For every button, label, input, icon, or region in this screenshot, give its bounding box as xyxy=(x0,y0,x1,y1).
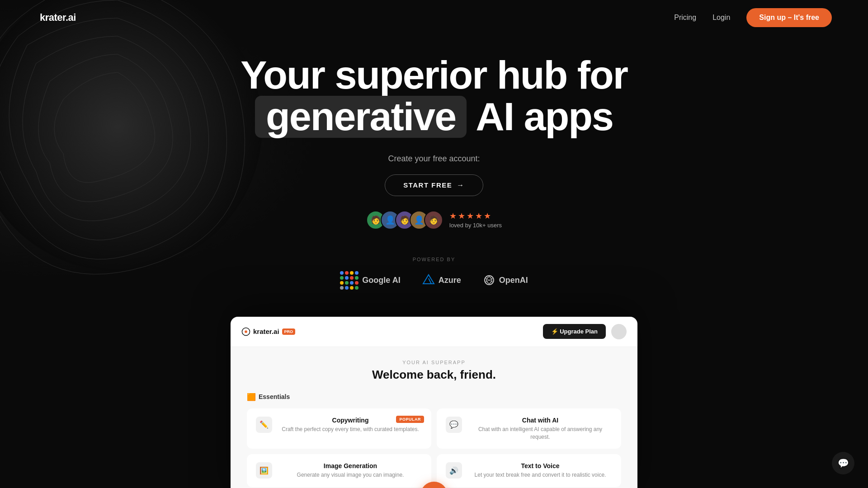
tool-name: Chat with AI xyxy=(468,417,612,424)
hero-section: Your superior hub for generative AI apps… xyxy=(0,0,868,488)
navbar: krater.ai Pricing Login Sign up – It's f… xyxy=(0,0,868,35)
upgrade-plan-button[interactable]: ⚡ Upgrade Plan xyxy=(543,324,606,339)
openai-text: OpenAI xyxy=(499,276,528,285)
copywriting-icon: ✏️ xyxy=(256,417,272,433)
nav-actions: Pricing Login Sign up – It's free xyxy=(674,8,832,27)
powered-label: POWERED BY xyxy=(413,257,456,262)
tool-desc: Generate any visual image you can imagin… xyxy=(278,471,422,479)
hero-highlight: generative xyxy=(255,96,467,137)
hero-title-suffix: AI apps xyxy=(476,96,613,137)
google-ai-logo: Google AI xyxy=(340,271,400,290)
essentials-header: 🟧 Essentials xyxy=(247,393,621,401)
nav-logo: krater.ai xyxy=(36,12,76,23)
avatar-group: 🧑 👤 🧑 👤 🧑 xyxy=(366,211,443,230)
star-icon: ★ xyxy=(449,211,457,221)
star-rating: ★ ★ ★ ★ ★ xyxy=(449,211,502,221)
tool-desc: Chat with an intelligent AI capable of a… xyxy=(468,426,612,441)
tool-name: Image Generation xyxy=(278,462,422,469)
openai-logo: OpenAI xyxy=(483,274,528,286)
google-ai-text: Google AI xyxy=(362,276,400,285)
tool-card-tts[interactable]: 🔊 Text to Voice Let your text break free… xyxy=(437,454,621,487)
social-proof: 🧑 👤 🧑 👤 🧑 ★ ★ ★ ★ ★ loved by 10k+ users xyxy=(366,211,502,230)
hero-subtitle: Create your free account: xyxy=(388,154,480,164)
app-logo: krater.ai PRO xyxy=(241,327,295,336)
app-body: YOUR AI SUPERAPP Welcome back, friend. 🟧… xyxy=(231,347,637,488)
arrow-icon: → xyxy=(457,181,465,189)
azure-logo: Azure xyxy=(422,274,461,286)
chat-widget-icon: 💬 xyxy=(838,458,849,469)
powered-logos: Google AI Azure OpenAI xyxy=(340,271,528,290)
app-preview-wrapper: krater.ai PRO ⚡ Upgrade Plan YOUR AI SUP… xyxy=(0,317,868,488)
google-dots-icon xyxy=(340,271,359,290)
login-link[interactable]: Login xyxy=(712,14,730,22)
chat-widget-button[interactable]: 💬 xyxy=(832,452,854,474)
superapp-label: YOUR AI SUPERAPP xyxy=(247,360,621,365)
user-avatar-button[interactable] xyxy=(611,324,627,339)
pricing-link[interactable]: Pricing xyxy=(674,14,696,22)
tool-desc: Craft the perfect copy every time, with … xyxy=(278,426,422,433)
tool-desc: Let your text break free and convert it … xyxy=(468,471,612,479)
app-logo-text: krater.ai xyxy=(253,328,279,335)
tts-icon: 🔊 xyxy=(446,462,462,479)
welcome-title: Welcome back, friend. xyxy=(247,368,621,382)
essentials-icon: 🟧 xyxy=(247,393,256,401)
chat-icon: 💬 xyxy=(446,417,462,433)
openai-icon xyxy=(483,274,495,286)
tools-grid: ✏️ Copywriting Craft the perfect copy ev… xyxy=(247,408,621,487)
hero-title-line2: generative AI apps xyxy=(255,96,613,137)
signup-button[interactable]: Sign up – It's free xyxy=(746,8,832,27)
tool-info: Image Generation Generate any visual ima… xyxy=(278,462,422,479)
azure-icon xyxy=(422,274,435,286)
tool-info: Text to Voice Let your text break free a… xyxy=(468,462,612,479)
app-header: krater.ai PRO ⚡ Upgrade Plan xyxy=(231,317,637,347)
start-free-button[interactable]: START FREE → xyxy=(385,174,483,196)
star-icon: ★ xyxy=(458,211,465,221)
svg-point-11 xyxy=(245,330,247,333)
rating-block: ★ ★ ★ ★ ★ loved by 10k+ users xyxy=(449,211,502,229)
social-proof-text: loved by 10k+ users xyxy=(449,222,502,229)
app-logo-icon xyxy=(241,327,250,336)
app-logo-badge: PRO xyxy=(282,328,296,335)
app-preview: krater.ai PRO ⚡ Upgrade Plan YOUR AI SUP… xyxy=(231,317,637,488)
logo-text: krater.ai xyxy=(40,12,76,23)
avatar: 🧑 xyxy=(424,211,443,230)
tool-name: Text to Voice xyxy=(468,462,612,469)
star-icon: ★ xyxy=(467,211,474,221)
tool-card-copywriting[interactable]: ✏️ Copywriting Craft the perfect copy ev… xyxy=(247,408,431,449)
azure-text: Azure xyxy=(439,276,461,285)
star-icon: ★ xyxy=(475,211,482,221)
tool-card-image[interactable]: 🖼️ Image Generation Generate any visual … xyxy=(247,454,431,487)
app-header-right: ⚡ Upgrade Plan xyxy=(543,324,627,339)
image-gen-icon: 🖼️ xyxy=(256,462,272,479)
powered-by-section: POWERED BY Google AI Azure xyxy=(340,257,528,290)
hero-title-line1: Your superior hub for xyxy=(241,54,627,96)
popular-badge: POPULAR xyxy=(396,416,424,423)
tool-card-chat[interactable]: 💬 Chat with AI Chat with an intelligent … xyxy=(437,408,621,449)
star-icon: ★ xyxy=(484,211,491,221)
tool-info: Chat with AI Chat with an intelligent AI… xyxy=(468,417,612,441)
essentials-label: Essentials xyxy=(259,393,290,400)
